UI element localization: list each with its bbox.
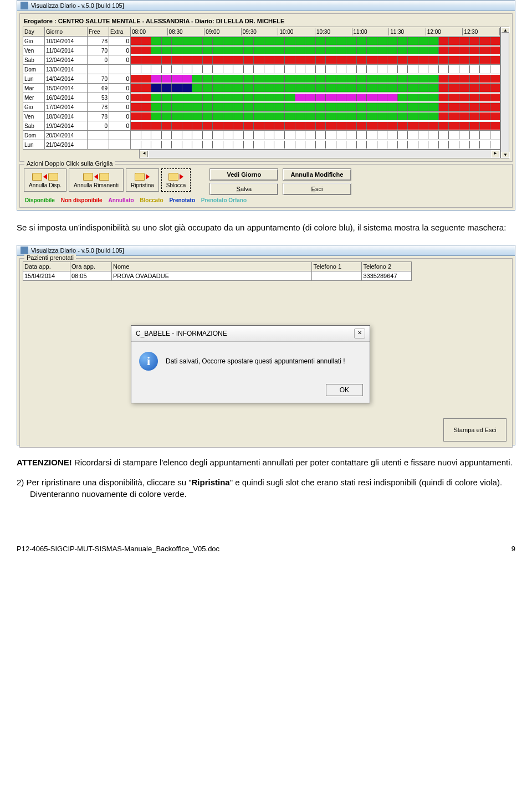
legend-statusbar: Disponibile Non disponibile Annullato Bl… <box>23 196 509 204</box>
app-icon <box>21 2 28 9</box>
actions-legend: Azioni Doppio Click sulla Griglia <box>24 160 115 167</box>
h-scrollbar[interactable]: ◄ ► <box>139 150 500 158</box>
dialog-message: Dati salvati, Occorre spostare questi ap… <box>166 357 345 365</box>
close-icon[interactable]: ✕ <box>354 329 365 338</box>
ok-button[interactable]: OK <box>326 384 363 396</box>
window-diario: Visualizza Diario - v.5.0 [build 105] Er… <box>17 0 515 211</box>
app-icon <box>21 247 28 254</box>
scroll-left-icon[interactable]: ◄ <box>140 150 149 158</box>
window-pazienti: Visualizza Diario - v.5.0 [build 105] Pa… <box>17 245 515 445</box>
paragraph-ripristina: 2) Per ripristinare una disponibilità, c… <box>17 476 515 501</box>
paragraph-1: Se si imposta un'indisponibilità su uno … <box>17 222 515 234</box>
table-row[interactable]: Gio17/04/2014780 <box>23 102 500 112</box>
info-dialog: C_BABELE - INFORMAZIONE ✕ i Dati salvati… <box>131 325 370 403</box>
esci-button[interactable]: Esci <box>283 183 351 195</box>
table-row[interactable]: Dom20/04/2014 <box>23 131 500 140</box>
table-row[interactable]: Ven11/04/2014700 <box>23 46 500 55</box>
vedi-giorno-button[interactable]: Vedi Giorno <box>209 168 278 181</box>
diario-header: Erogatore : CENTRO SALUTE MENTALE - ALES… <box>24 18 509 24</box>
table-row[interactable]: Mer16/04/2014530 <box>23 93 500 102</box>
window-title-2: Visualizza Diario - v.5.0 [build 105] <box>31 247 124 254</box>
schedule-grid[interactable]: DayGiornoFreeExtra08:0008:3009:0009:3010… <box>23 27 500 150</box>
table-row[interactable]: Gio10/04/2014780 <box>23 37 500 46</box>
scroll-up-icon[interactable]: ▲ <box>501 27 510 33</box>
annulla-modifiche-button[interactable]: Annulla Modifiche <box>283 168 351 181</box>
table-row[interactable]: Lun14/04/2014700 <box>23 74 500 84</box>
titlebar: Visualizza Diario - v.5.0 [build 105] <box>17 1 515 11</box>
dialog-title: C_BABELE - INFORMAZIONE <box>136 330 227 337</box>
window-title: Visualizza Diario - v.5.0 [build 105] <box>31 2 124 9</box>
actions-fieldset: Azioni Doppio Click sulla Griglia Annull… <box>19 164 513 208</box>
titlebar-2: Visualizza Diario - v.5.0 [build 105] <box>17 245 515 256</box>
info-icon: i <box>139 352 158 371</box>
stampa-esci-button[interactable]: Stampa ed Esci <box>443 418 507 442</box>
action-ripristina[interactable]: Ripristina <box>126 168 159 192</box>
v-scrollbar[interactable]: ▲ ▼ <box>500 27 509 158</box>
diario-fieldset: Erogatore : CENTRO SALUTE MENTALE - ALES… <box>19 13 513 162</box>
table-row[interactable]: Sab19/04/201400 <box>23 121 500 131</box>
table-row[interactable]: Ven18/04/2014780 <box>23 112 500 121</box>
page-footer: P12-4065-SIGCIP-MUT-SISMAS-Manuale_Backo… <box>17 545 515 553</box>
scroll-down-icon[interactable]: ▼ <box>501 152 510 158</box>
pazienti-legend: Pazienti prenotati <box>24 254 76 261</box>
footer-page: 9 <box>511 545 515 553</box>
table-row[interactable]: Sab12/04/201400 <box>23 55 500 65</box>
table-row[interactable]: Dom13/04/2014 <box>23 65 500 74</box>
table-row[interactable]: Mar15/04/2014690 <box>23 84 500 93</box>
paragraph-attenzione: ATTENZIONE! Ricordarsi di stampare l'ele… <box>17 457 515 469</box>
table-row[interactable]: Lun21/04/2014 <box>23 140 500 150</box>
action-annulla-rimanenti[interactable]: Annulla Rimanenti <box>69 168 124 192</box>
action-annulla-disp-[interactable]: Annulla Disp. <box>24 168 66 192</box>
action-sblocca[interactable]: Sblocca <box>161 168 191 192</box>
scroll-right-icon[interactable]: ► <box>491 150 500 158</box>
table-row[interactable]: 15/04/2014 08:05 PROVA OVADADUE 33352896… <box>23 271 412 280</box>
pazienti-grid[interactable]: Data app. Ora app. Nome Telefono 1 Telef… <box>23 261 412 281</box>
pazienti-fieldset: Pazienti prenotati Data app. Ora app. No… <box>19 258 513 448</box>
salva-button[interactable]: Salva <box>209 183 278 195</box>
footer-filename: P12-4065-SIGCIP-MUT-SISMAS-Manuale_Backo… <box>17 545 219 553</box>
